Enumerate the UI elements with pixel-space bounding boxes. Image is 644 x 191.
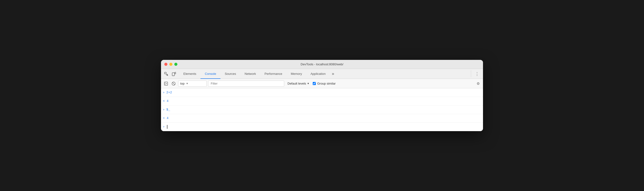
prompt-arrow: > — [163, 125, 164, 128]
tab-performance[interactable]: Performance — [260, 69, 286, 79]
toolbar-icons — [163, 69, 177, 79]
console-toolbar: top ▼ Default levels ▼ Group similar ⚙ — [161, 79, 483, 88]
console-input-2: $_ — [166, 108, 170, 111]
device-toggle-button[interactable] — [170, 71, 177, 77]
devtools-window: DevTools - localhost:8080/web/ — [161, 60, 483, 131]
console-content: > 2+2 < 4 > $_ < 4 > — [161, 88, 483, 131]
svg-rect-5 — [164, 82, 166, 85]
console-input-1: 2+2 — [166, 91, 172, 94]
maximize-button[interactable] — [174, 63, 178, 66]
filter-input[interactable] — [208, 81, 284, 87]
console-input-line[interactable]: > — [161, 123, 483, 131]
console-line-4: < 4 — [161, 114, 483, 123]
tabs-bar: Elements Console Sources Network Perform… — [179, 69, 336, 79]
svg-rect-0 — [164, 72, 166, 74]
output-arrow-2: < — [163, 116, 165, 120]
context-value: top — [180, 82, 184, 85]
tab-console[interactable]: Console — [200, 69, 220, 79]
tab-application[interactable]: Application — [306, 69, 330, 79]
traffic-lights — [164, 63, 178, 66]
settings-gear-icon: ⚙ — [476, 81, 480, 86]
console-line-3: > $_ — [161, 105, 483, 114]
svg-rect-2 — [175, 72, 176, 74]
main-toolbar: Elements Console Sources Network Perform… — [161, 69, 483, 79]
group-similar-checkbox[interactable] — [313, 82, 316, 85]
tab-memory[interactable]: Memory — [286, 69, 306, 79]
tab-elements[interactable]: Elements — [179, 69, 200, 79]
console-line-2: < 4 — [161, 97, 483, 105]
title-bar: DevTools - localhost:8080/web/ — [161, 60, 483, 69]
group-similar-toggle[interactable]: Group similar — [313, 82, 336, 85]
close-button[interactable] — [164, 63, 168, 66]
console-output-1: 4 — [167, 99, 168, 103]
levels-dropdown-icon: ▼ — [307, 82, 310, 85]
inspector-button[interactable] — [163, 71, 170, 77]
clear-console-button[interactable] — [170, 81, 177, 87]
input-arrow-2: > — [163, 108, 164, 111]
dropdown-arrow-icon: ▼ — [186, 82, 188, 85]
toolbar-divider — [471, 70, 471, 77]
console-sidebar-button[interactable] — [163, 81, 169, 87]
input-arrow-1: > — [163, 91, 164, 94]
output-arrow-1: < — [163, 99, 165, 103]
minimize-button[interactable] — [169, 63, 172, 66]
context-selector[interactable]: top ▼ — [178, 81, 207, 87]
devtools-menu-button[interactable]: ⋮ — [473, 69, 481, 79]
tab-network[interactable]: Network — [240, 69, 260, 79]
more-tabs-button[interactable]: » — [330, 69, 336, 79]
svg-line-7 — [172, 82, 175, 85]
console-settings-button[interactable]: ⚙ — [475, 81, 481, 87]
tab-sources[interactable]: Sources — [220, 69, 240, 79]
text-cursor — [167, 125, 168, 129]
console-output-2: 4 — [167, 116, 168, 120]
levels-selector[interactable]: Default levels ▼ — [286, 81, 311, 87]
console-line-1: > 2+2 — [161, 88, 483, 97]
window-title: DevTools - localhost:8080/web/ — [300, 62, 344, 66]
